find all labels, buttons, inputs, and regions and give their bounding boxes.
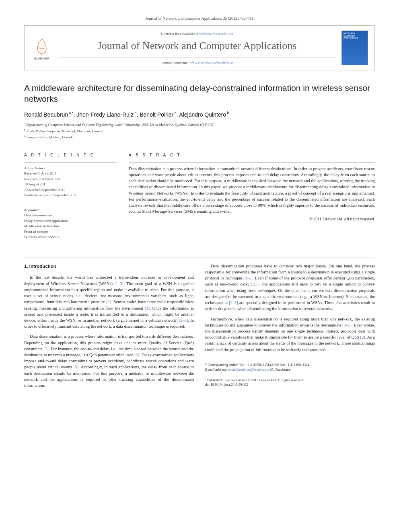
author-3-aff: c [173,111,176,115]
citation-link[interactable]: [2] [134,353,139,357]
section-heading-introduction: 1. Introduction [24,263,194,270]
author-1-aff: a, [68,111,72,115]
journal-cover-thumb: NETWORK& COMPUTER APPLICATIONS [341,31,368,65]
body-paragraph: Data dissemination is a process where in… [24,333,194,388]
keyword: Proof of concept [24,229,117,235]
author-2: Jhon-Fredy Llano-Ruiz [76,111,134,117]
citation-link[interactable]: [1–3] [114,281,123,286]
corresponding-star-icon: * [72,111,74,115]
keyword: Middleware architecture [24,224,117,229]
journal-banner: ELSEVIER Contents lists available at Sci… [24,25,375,70]
history-line: Available online 29 September 2011 [24,193,117,198]
email-line: E-mail address: ronald.beaubrun@ift.ulav… [205,368,375,372]
article-info-label: A R T I C L E I N F O [24,153,117,157]
abstract-body: Data dissemination is a process where in… [129,166,375,214]
citation-link[interactable]: [1] [145,306,150,310]
elsevier-label: ELSEVIER [34,57,49,60]
doi-line: doi:10.1016/j.jnca.2011.09.002 [205,382,375,387]
affiliation-b: b École Polytechnique de Montréal, Montr… [24,128,375,134]
keyword: Delay-constrained application [24,218,117,224]
article-title: A middleware architecture for disseminat… [24,82,375,105]
running-header: Journal of Network and Computer Applicat… [24,16,375,21]
history-line: Accepted 8 September 2011 [24,187,117,193]
citation-link[interactable]: [2] [360,335,365,339]
elsevier-tree-icon [32,36,52,56]
article-history: Article history: Received 6 April 2011 R… [24,162,117,198]
citation-link[interactable]: [2–5] [229,300,238,305]
cover-text: NETWORK& COMPUTER APPLICATIONS [343,33,366,39]
affiliations: a Department of Computer Science and Sof… [24,121,375,140]
citation-link[interactable]: [5] [74,365,78,369]
keywords-heading: Keywords: [24,207,117,213]
corr-line: * Corresponding author. Tel.: +1 418 656… [205,363,375,368]
article-info-column: A R T I C L E I N F O Article history: R… [24,153,117,246]
body-paragraph: In the last decade, the world has witnes… [24,274,194,329]
author-4-aff: b [226,111,229,115]
author-4: Alejandro Quintero [179,111,226,117]
contents-prefix: Contents lists available at [161,32,199,36]
journal-title: Journal of Network and Computer Applicat… [59,40,335,52]
divider [24,257,375,257]
journal-homepage-link[interactable]: www.elsevier.com/locate/jnca [189,60,233,64]
history-line: 19 August 2011 [24,182,117,187]
citation-link[interactable]: [2,7] [251,282,259,286]
citation-link[interactable]: [1] [44,347,49,351]
affiliation-c: c Imaginovation, Quebec, Canada [24,134,375,140]
author-3: Benoit Poirier [140,111,173,117]
svg-rect-0 [32,36,52,56]
author-2-aff: b [134,111,137,115]
keyword: Data dissemination [24,213,117,218]
contents-available-line: Contents lists available at SciVerse Sci… [59,32,335,36]
citation-link[interactable]: [2–5] [243,276,253,280]
history-line: Received 6 April 2011 [24,171,117,177]
info-abstract-row: A R T I C L E I N F O Article history: R… [24,153,375,246]
history-heading: Article history: [24,166,117,171]
author-1: Ronald Beaubrun [24,111,68,117]
divider [24,147,375,147]
body-columns: 1. Introduction In the last decade, the … [24,263,375,390]
journal-homepage-line: journal homepage: www.elsevier.com/locat… [59,58,335,64]
abstract-text: Data dissemination is a process where in… [129,162,375,222]
keywords-block: Keywords: Data dissemination Delay-const… [24,204,117,240]
abstract-copyright: © 2011 Elsevier Ltd. All rights reserved… [129,216,375,222]
footer-block: 1084-8045/$ - see front matter © 2011 El… [205,378,375,388]
abstract-label: A B S T R A C T [129,153,375,157]
corresponding-author-footnote: * Corresponding author. Tel.: +1 418 656… [205,363,375,372]
elsevier-logo: ELSEVIER [31,36,53,60]
banner-center: Contents lists available at SciVerse Sci… [59,32,335,64]
body-paragraph: Furthermore, when data dissemination is … [205,316,375,353]
history-line: Received in revised form [24,177,117,182]
email-link[interactable]: ronald.beaubrun@ift.ulaval.ca [228,368,269,372]
footnote-separator [205,360,261,360]
citation-link[interactable]: [2–5] [179,318,188,322]
sciencedirect-link[interactable]: SciVerse ScienceDirect [199,32,233,36]
homepage-prefix: journal homepage: [161,60,189,64]
authors-line: Ronald Beaubrun a,*, Jhon-Fredy Llano-Ru… [24,111,375,118]
affiliation-a: a Department of Computer Science and Sof… [24,121,375,128]
citation-link[interactable]: [3–5] [342,323,352,327]
citation-link[interactable]: [1] [106,300,111,304]
body-paragraph: Data dissemination processes have to con… [205,263,375,312]
abstract-column: A B S T R A C T Data dissemination is a … [129,153,375,246]
front-matter-line: 1084-8045/$ - see front matter © 2011 El… [205,378,375,383]
keyword: Wireless sensor network [24,234,117,240]
